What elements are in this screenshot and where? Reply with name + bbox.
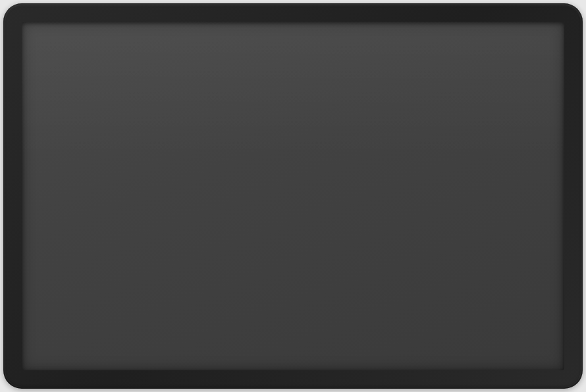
tablet-screen[interactable]: [22, 22, 564, 370]
tablet-device-frame: [3, 3, 583, 389]
